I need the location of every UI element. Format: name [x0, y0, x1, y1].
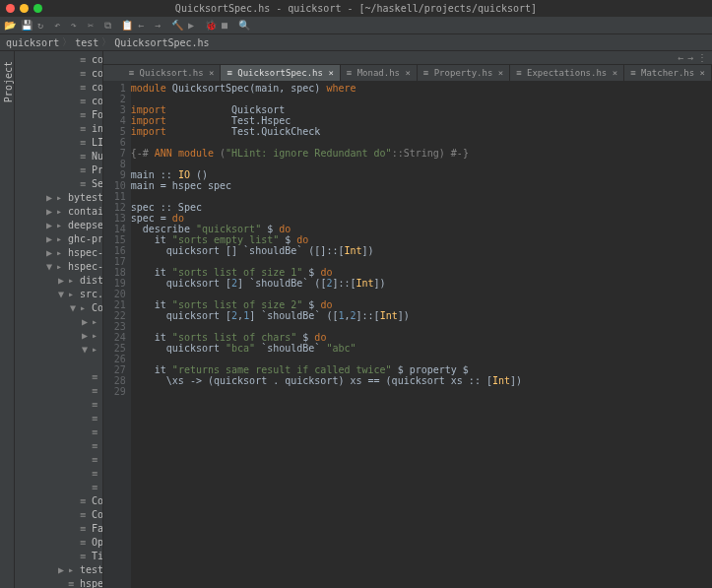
tree-arrow-icon[interactable]: ▶: [46, 191, 56, 205]
editor-tab[interactable]: ≡ Property.hs ×: [418, 65, 510, 81]
tree-item[interactable]: ≡configure.ac: [15, 95, 102, 108]
code-line[interactable]: it "sorts list of chars" $ do: [131, 332, 712, 343]
code-line[interactable]: \xs -> (quicksort . quicksort) xs == (qu…: [131, 375, 712, 386]
tree-arrow-icon[interactable]: ▶: [46, 205, 56, 219]
tree-arrow-icon[interactable]: ▶: [46, 232, 56, 246]
code-line[interactable]: quicksort "bca" `shouldBe` "abc": [131, 343, 712, 354]
tree-item[interactable]: ≡Setup.hs: [15, 177, 102, 191]
code-line[interactable]: quicksort [2] `shouldBe` ([2]::[Int]): [131, 278, 712, 289]
tree-item[interactable]: ▶▸hspec-2.1.7: [15, 246, 102, 260]
build-icon[interactable]: 🔨: [171, 20, 183, 32]
code-line[interactable]: module QuicksortSpec(main, spec) where: [131, 83, 712, 94]
cut-icon[interactable]: ✂: [88, 20, 99, 32]
close-tab-icon[interactable]: ×: [694, 68, 705, 78]
tree-item[interactable]: ▶▸bytestring-0.10.6.0: [15, 191, 102, 205]
tree-arrow-icon[interactable]: ▶: [58, 563, 68, 577]
tree-item[interactable]: ≡QuickCheck.hs: [15, 412, 102, 425]
tree-item[interactable]: ▼▸Core: [15, 301, 102, 315]
tree-item[interactable]: ▶▸dist.dist-sandbox-fb45a55d: [15, 274, 102, 288]
tree-item[interactable]: ≡Formatters.hs: [15, 384, 102, 398]
save-icon[interactable]: 💾: [21, 20, 32, 32]
tree-arrow-icon[interactable]: ▶: [82, 315, 92, 329]
tree-item[interactable]: ≡Numeric.hs: [15, 150, 102, 163]
tree-arrow-icon[interactable]: ▶: [46, 219, 56, 232]
search-icon[interactable]: 🔍: [238, 20, 250, 32]
tree-item[interactable]: ≡Runner.hs: [15, 439, 102, 453]
project-tree[interactable]: ≡config.guess≡config.sub≡configure≡confi…: [15, 51, 103, 588]
code-line[interactable]: import Test.QuickCheck: [131, 126, 712, 137]
editor-more-icon[interactable]: ⋮: [697, 52, 707, 63]
code-line[interactable]: {-# ANN module ("HLint: ignore Redundant…: [131, 148, 712, 159]
run-icon[interactable]: ▶: [188, 20, 200, 32]
close-tab-icon[interactable]: ×: [492, 68, 503, 78]
tree-arrow-icon[interactable]: ▼: [82, 343, 92, 357]
paste-icon[interactable]: 📋: [121, 20, 133, 32]
editor-tab[interactable]: ≡ QuicksortSpec.hs ×: [221, 65, 340, 81]
tree-item[interactable]: ≡configure: [15, 81, 102, 95]
tree-item[interactable]: ≡LICENSE: [15, 136, 102, 150]
code-line[interactable]: quicksort [] `shouldBe` ([]::[Int]): [131, 245, 712, 256]
tree-item[interactable]: ▶▸ghc-prim-0.4.0.0: [15, 232, 102, 246]
close-tab-icon[interactable]: ×: [607, 68, 617, 78]
tree-arrow-icon[interactable]: ▼: [46, 260, 56, 274]
tree-arrow-icon[interactable]: ▶: [58, 274, 68, 288]
code-line[interactable]: it "sorts empty list" $ do: [131, 234, 712, 245]
forward-icon[interactable]: →: [155, 20, 166, 32]
code-lines[interactable]: module QuicksortSpec(main, spec) where i…: [131, 81, 712, 588]
open-icon[interactable]: 📂: [4, 20, 16, 32]
copy-icon[interactable]: ⧉: [104, 20, 116, 32]
editor-code[interactable]: 1234567891011121314151617181920212223242…: [103, 81, 712, 588]
tree-item[interactable]: ▼▸Spec: [15, 343, 102, 357]
code-line[interactable]: spec :: Spec: [131, 202, 712, 213]
code-line[interactable]: [131, 94, 712, 104]
stop-icon[interactable]: ■: [222, 20, 233, 32]
tree-item[interactable]: ≡Example.hs: [15, 370, 102, 384]
breadcrumb-item[interactable]: test: [75, 37, 98, 48]
tree-item[interactable]: ▼▸hspec-core-2.1.7: [15, 260, 102, 274]
tree-item[interactable]: ≡Hooks.hs: [15, 398, 102, 412]
code-line[interactable]: it "sorts list of size 2" $ do: [131, 299, 712, 310]
tree-item[interactable]: ▶▸deepseq-1.4.1.1: [15, 219, 102, 232]
code-line[interactable]: it "sorts list of size 1" $ do: [131, 267, 712, 278]
code-line[interactable]: it "returns same result if called twice"…: [131, 364, 712, 375]
refresh-icon[interactable]: ↻: [37, 20, 49, 32]
tree-item[interactable]: ≡Options.hs: [15, 536, 102, 550]
code-line[interactable]: [131, 191, 712, 202]
tree-item[interactable]: ≡FailureReport.hs: [15, 522, 102, 536]
tree-item[interactable]: ≡Spec.hs: [15, 453, 102, 467]
tree-item[interactable]: ≡QuickCheckUtil.hs: [15, 425, 102, 439]
tree-arrow-icon[interactable]: ▶: [46, 246, 56, 260]
editor-tab[interactable]: ≡ Quicksort.hs ×: [123, 65, 222, 81]
code-line[interactable]: describe "quicksort" $ do: [131, 224, 712, 234]
tree-item[interactable]: ▶▸Formatters: [15, 315, 102, 329]
tree-item[interactable]: ≡install-sh: [15, 122, 102, 136]
editor-tab[interactable]: ≡ Matcher.hs ×: [624, 65, 712, 81]
breadcrumb-item[interactable]: QuicksortSpec.hs: [114, 37, 209, 48]
code-line[interactable]: import Quicksort: [131, 104, 712, 115]
code-line[interactable]: [131, 256, 712, 267]
tree-item[interactable]: ≡config.sub: [15, 67, 102, 81]
code-line[interactable]: [131, 386, 712, 397]
code-line[interactable]: main :: IO (): [131, 169, 712, 180]
tree-item[interactable]: ≡Prelude.hs: [15, 163, 102, 177]
tree-item[interactable]: ▶▸containers-0.5.6.2: [15, 205, 102, 219]
editor-tab[interactable]: ≡ Expectations.hs ×: [510, 65, 624, 81]
back-icon[interactable]: ←: [138, 20, 150, 32]
code-line[interactable]: quicksort [2,1] `shouldBe` ([1,2]::[Int]…: [131, 310, 712, 321]
code-line[interactable]: [131, 354, 712, 364]
code-line[interactable]: import Test.Hspec: [131, 115, 712, 126]
close-tab-icon[interactable]: ×: [204, 68, 215, 78]
tree-item[interactable]: ≡hspec-core.cabal: [15, 577, 102, 588]
editor-tab[interactable]: ≡ Monad.hs ×: [341, 65, 418, 81]
code-line[interactable]: [131, 159, 712, 169]
code-line[interactable]: [131, 137, 712, 148]
debug-icon[interactable]: 🐞: [205, 20, 217, 32]
tree-item[interactable]: ≡Config.hs: [15, 508, 102, 522]
undo-icon[interactable]: ↶: [54, 20, 66, 32]
tree-arrow-icon[interactable]: ▼: [70, 301, 80, 315]
close-tab-icon[interactable]: ×: [400, 68, 411, 78]
tree-item[interactable]: ≡Compat.hs: [15, 494, 102, 508]
tree-item[interactable]: ≡Timer.hs: [15, 550, 102, 563]
redo-icon[interactable]: ↷: [71, 20, 83, 32]
code-line[interactable]: [131, 321, 712, 332]
